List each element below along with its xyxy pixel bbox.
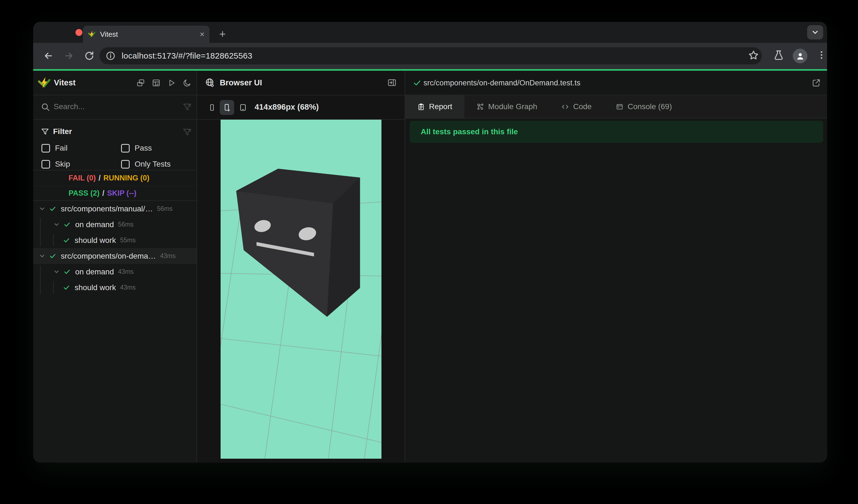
tab-code[interactable]: Code [549,95,604,118]
duration-badge: 43ms [160,252,176,260]
file-path-header: src/components/on-demand/OnDemand.test.t… [405,71,827,95]
browser-window: Vitest × + localhost:5173/#/?file=182862… [33,22,827,462]
file-path: src/components/on-demand/OnDemand.test.t… [424,79,581,87]
tree-file-row[interactable]: src/components/manual/… 56ms [33,201,196,217]
checkbox-icon [42,160,50,168]
clipboard-icon [417,103,425,111]
url-bar[interactable]: localhost:5173/#/?file=1828625563 [99,47,762,64]
duration-badge: 56ms [157,205,173,212]
pass-check-icon [63,284,70,291]
console-icon [616,103,623,111]
module-graph-icon [477,103,484,111]
fail-count: FAIL (0) [68,174,96,182]
browser-tab[interactable]: Vitest × [83,26,209,43]
search-input[interactable] [53,102,165,111]
pass-check-icon [64,268,70,275]
panel-expand-icon[interactable] [387,78,397,87]
tests-passed-banner: All tests passed in this file [410,121,823,143]
run-icon[interactable] [167,79,176,87]
duration-badge: 56ms [118,221,133,228]
filter-section: Filter Fail Pass Skip On [33,120,196,170]
device-tablet-icon[interactable] [236,100,250,115]
duration-badge: 55ms [120,237,136,244]
tree-suite-row[interactable]: on demand 56ms [33,217,196,232]
report-pane: src/components/on-demand/OnDemand.test.t… [405,71,827,462]
running-count: RUNNING (0) [104,174,149,182]
pass-check-icon [64,221,70,228]
profile-icon[interactable] [793,49,807,63]
tree-test-row[interactable]: should work 55ms [33,232,196,248]
viewport-size-label: 414x896px (68%) [255,102,319,112]
sidebar-header: Vitest [33,71,196,95]
funnel-icon [41,128,49,136]
device-toolbar: 414x896px (68%) [197,95,405,120]
flask-icon[interactable] [773,49,784,61]
globe-icon [205,78,215,87]
filter-checkbox-fail[interactable]: Fail [42,144,67,152]
browser-toolbar: localhost:5173/#/?file=1828625563 [33,43,827,69]
search-icon [41,102,50,112]
pass-count: PASS (2) [68,189,99,198]
clear-filter-icon[interactable] [182,102,192,112]
filter-checkbox-pass[interactable]: Pass [121,144,152,152]
reload-icon[interactable] [84,51,95,61]
code-icon [561,103,569,111]
test-summary: FAIL (0) / RUNNING (0) PASS (2) / SKIP (… [33,170,196,201]
browser-tab-bar: Vitest × + [33,22,827,43]
windows-icon[interactable] [136,79,145,87]
pass-check-icon [49,205,56,212]
url-text: localhost:5173/#/?file=1828625563 [122,51,252,61]
device-phone-icon[interactable] [205,100,219,115]
info-icon[interactable] [106,51,115,61]
chevron-down-icon[interactable] [53,221,60,228]
checkbox-icon [121,144,130,152]
test-tree: src/components/manual/… 56ms on demand 5… [33,201,196,295]
tab-title: Vitest [100,30,200,39]
theme-toggle-icon[interactable] [183,79,192,87]
chevron-down-icon [811,28,819,36]
back-icon[interactable] [43,51,54,61]
duration-badge: 43ms [118,268,133,276]
vitest-favicon-icon [88,30,96,38]
tree-test-row[interactable]: should work 43ms [33,280,196,295]
tree-file-row-selected[interactable]: src/components/on-dema… 43ms [33,248,196,264]
pass-check-icon [63,237,70,244]
dashboard-icon[interactable] [152,79,161,87]
star-icon[interactable] [748,49,759,61]
pass-check-icon [49,253,56,259]
tree-suite-row[interactable]: on demand 43ms [33,264,196,280]
tab-module-graph[interactable]: Module Graph [464,95,549,118]
filter-checkbox-skip[interactable]: Skip [42,160,70,168]
checkbox-icon [42,144,50,152]
new-tab-button[interactable]: + [216,28,229,40]
clear-filter-icon[interactable] [182,128,192,137]
threejs-cube-scene [221,120,381,459]
forward-icon[interactable] [64,51,74,61]
app-title: Vitest [54,78,76,87]
chevron-down-icon[interactable] [39,253,46,259]
skip-count: SKIP (--) [107,189,137,198]
vitest-ui: Vitest [33,71,827,462]
filter-checkbox-only-tests[interactable]: Only Tests [121,160,171,168]
traffic-close-button[interactable] [76,29,82,36]
device-phone-plus-icon[interactable] [220,100,234,115]
test-preview-iframe[interactable] [221,120,381,459]
chevron-down-icon[interactable] [53,268,60,275]
sidebar: Vitest [33,71,197,462]
tab-search-button[interactable] [807,25,823,39]
pass-check-icon [413,79,421,87]
banner-text: All tests passed in this file [421,127,518,136]
duration-badge: 43ms [120,284,136,291]
external-link-icon[interactable] [812,78,821,87]
report-tab-bar: Report Module Graph Code Console (69) [405,95,827,118]
tab-report[interactable]: Report [405,95,464,118]
vitest-logo-icon [38,77,51,89]
search-bar [33,95,196,120]
browser-ui-pane: Browser UI 414x896px (68%) [197,71,405,462]
chevron-down-icon[interactable] [39,205,46,212]
pane-title: Browser UI [220,78,262,87]
tab-console[interactable]: Console (69) [604,95,684,118]
filter-title: Filter [53,127,72,136]
menu-dots-icon[interactable] [816,49,827,61]
tab-close-icon[interactable]: × [200,30,205,38]
